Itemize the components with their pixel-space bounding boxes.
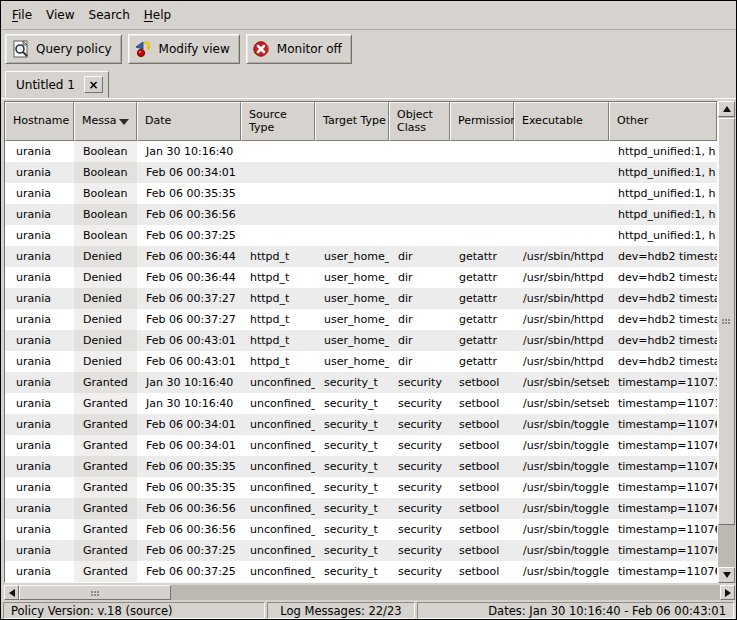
table-row[interactable]: uraniaGrantedFeb 06 00:36:56unconfined_s… — [5, 519, 717, 540]
column-header-source-type[interactable]: Source Type — [241, 102, 315, 141]
table-row[interactable]: uraniaDeniedFeb 06 00:43:01httpd_tuser_h… — [5, 330, 717, 351]
column-header-target-type[interactable]: Target Type — [315, 102, 389, 141]
table-row[interactable]: uraniaGrantedFeb 06 00:35:35unconfined_s… — [5, 477, 717, 498]
modify-view-icon — [134, 40, 154, 58]
cell-other: timestamp=11076 — [609, 435, 717, 456]
table-row[interactable]: uraniaDeniedFeb 06 00:37:27httpd_tuser_h… — [5, 288, 717, 309]
cell-object-class: dir — [389, 330, 450, 351]
cell-messa: Granted — [74, 456, 137, 477]
cell-target-type: security_t — [315, 414, 389, 435]
cell-other: httpd_unified:1, h — [609, 225, 717, 246]
cell-hostname: urania — [5, 414, 74, 435]
horizontal-scrollbar-thumb[interactable] — [19, 585, 171, 600]
column-header-date[interactable]: Date — [137, 102, 241, 141]
monitor-off-label: Monitor off — [277, 42, 342, 56]
cell-executable: /usr/sbin/httpd — [514, 288, 609, 309]
table-row[interactable]: uraniaGrantedFeb 06 00:34:01unconfined_s… — [5, 435, 717, 456]
menu-item-view[interactable]: View — [39, 3, 81, 27]
column-header-messa[interactable]: Messa — [74, 102, 137, 141]
column-header-label: Date — [145, 115, 171, 128]
cell-hostname: urania — [5, 330, 74, 351]
modify-view-label: Modify view — [159, 42, 230, 56]
column-header-label: Object Class — [397, 109, 447, 134]
cell-object-class — [389, 225, 450, 246]
cell-object-class: dir — [389, 267, 450, 288]
table-row[interactable]: uraniaBooleanFeb 06 00:35:35httpd_unifie… — [5, 183, 717, 204]
cell-other: timestamp=11076 — [609, 519, 717, 540]
table-row[interactable]: uraniaDeniedFeb 06 00:36:44httpd_tuser_h… — [5, 267, 717, 288]
horizontal-scrollbar[interactable] — [4, 585, 735, 600]
table-row[interactable]: uraniaGrantedFeb 06 00:34:01unconfined_s… — [5, 414, 717, 435]
scroll-down-button[interactable] — [718, 567, 735, 583]
cell-hostname: urania — [5, 561, 74, 582]
table-row[interactable]: uraniaGrantedFeb 06 00:37:25unconfined_s… — [5, 561, 717, 582]
table-row[interactable]: uraniaBooleanJan 30 10:16:40httpd_unifie… — [5, 141, 717, 162]
scroll-right-button[interactable] — [720, 585, 735, 600]
cell-hostname: urania — [5, 225, 74, 246]
tab-untitled-1[interactable]: Untitled 1 × — [5, 71, 109, 98]
table-row[interactable]: uraniaBooleanFeb 06 00:37:25httpd_unifie… — [5, 225, 717, 246]
table-row[interactable]: uraniaGrantedFeb 06 00:35:35unconfined_s… — [5, 456, 717, 477]
cell-source-type: httpd_t — [241, 246, 315, 267]
policy-version-pane: Policy Version: v.18 (source) — [3, 602, 265, 619]
table-row[interactable]: uraniaGrantedFeb 06 00:36:56unconfined_s… — [5, 498, 717, 519]
dates-pane: Dates: Jan 30 10:16:40 - Feb 06 00:43:01 — [417, 602, 734, 619]
scroll-up-button[interactable] — [718, 101, 735, 117]
cell-source-type: httpd_t — [241, 309, 315, 330]
cell-messa: Granted — [74, 540, 137, 561]
cell-source-type: unconfined_ — [241, 456, 315, 477]
cell-date: Feb 06 00:36:56 — [137, 519, 241, 540]
column-header-label: Executable — [522, 115, 583, 128]
cell-hostname: urania — [5, 393, 74, 414]
table-row[interactable]: uraniaBooleanFeb 06 00:36:56httpd_unifie… — [5, 204, 717, 225]
cell-source-type — [241, 162, 315, 183]
cell-hostname: urania — [5, 246, 74, 267]
cell-executable: /usr/sbin/httpd — [514, 351, 609, 372]
cell-hostname: urania — [5, 288, 74, 309]
column-header-executable[interactable]: Executable — [514, 102, 609, 141]
table-row[interactable]: uraniaGrantedFeb 06 00:37:25unconfined_s… — [5, 540, 717, 561]
cell-executable — [514, 183, 609, 204]
monitor-off-button[interactable]: Monitor off — [246, 34, 352, 64]
menu-item-file[interactable]: File — [5, 3, 39, 27]
cell-hostname: urania — [5, 162, 74, 183]
column-header-object-class[interactable]: Object Class — [389, 102, 450, 141]
cell-source-type: unconfined_ — [241, 435, 315, 456]
table-row[interactable]: uraniaDeniedFeb 06 00:37:27httpd_tuser_h… — [5, 309, 717, 330]
cell-object-class: dir — [389, 351, 450, 372]
table-row[interactable]: uraniaDeniedFeb 06 00:36:44httpd_tuser_h… — [5, 246, 717, 267]
thumb-grip — [91, 591, 93, 593]
cell-date: Feb 06 00:35:35 — [137, 477, 241, 498]
scroll-left-button[interactable] — [4, 585, 19, 600]
column-header-hostname[interactable]: Hostname — [5, 102, 74, 141]
cell-object-class: security — [389, 540, 450, 561]
tab-close-button[interactable]: × — [84, 76, 103, 93]
query-policy-button[interactable]: Query policy — [5, 34, 122, 64]
query-policy-icon — [11, 40, 31, 58]
table-row[interactable]: uraniaBooleanFeb 06 00:34:01httpd_unifie… — [5, 162, 717, 183]
cell-object-class — [389, 183, 450, 204]
menu-item-search[interactable]: Search — [82, 3, 137, 27]
cell-messa: Granted — [74, 435, 137, 456]
vertical-scrollbar[interactable] — [718, 101, 735, 583]
vertical-scrollbar-thumb[interactable] — [718, 118, 735, 525]
cell-permission: setbool — [450, 435, 514, 456]
cell-hostname: urania — [5, 540, 74, 561]
column-header-other[interactable]: Other — [609, 102, 717, 141]
column-header-permission[interactable]: Permission — [450, 102, 514, 141]
table-row[interactable]: uraniaDeniedFeb 06 00:43:01httpd_tuser_h… — [5, 351, 717, 372]
modify-view-button[interactable]: Modify view — [128, 34, 240, 64]
table-row[interactable]: uraniaGrantedJan 30 10:16:40unconfined_s… — [5, 393, 717, 414]
cell-permission: setbool — [450, 456, 514, 477]
arrow-up-icon — [723, 106, 731, 112]
cell-messa: Denied — [74, 288, 137, 309]
table-row[interactable]: uraniaGrantedJan 30 10:16:40unconfined_s… — [5, 372, 717, 393]
cell-object-class: security — [389, 456, 450, 477]
menu-item-help[interactable]: Help — [137, 3, 178, 27]
cell-date: Feb 06 00:37:25 — [137, 225, 241, 246]
cell-target-type — [315, 225, 389, 246]
cell-other: timestamp=11076 — [609, 561, 717, 582]
cell-executable: /usr/sbin/httpd — [514, 330, 609, 351]
log-view-page: HostnameMessaDateSource TypeTarget TypeO… — [1, 98, 736, 601]
cell-messa: Denied — [74, 246, 137, 267]
